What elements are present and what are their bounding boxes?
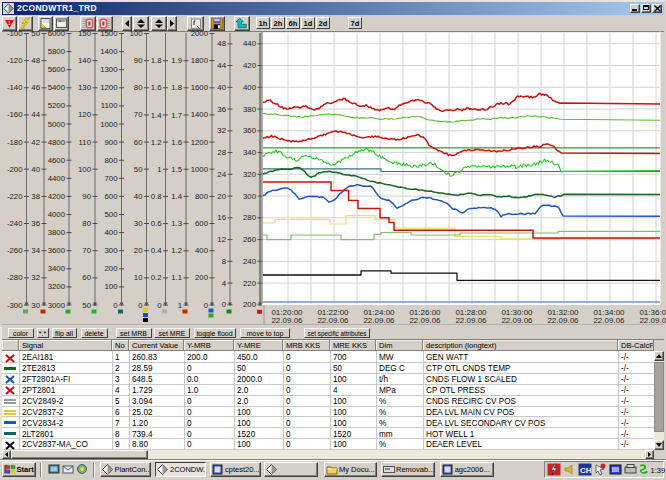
svg-text:1400: 1400 [191,110,209,119]
svg-text:-100: -100 [7,29,23,38]
svg-text:1.2: 1.2 [151,138,162,147]
svg-text:80: 80 [82,219,91,228]
svg-text:4400: 4400 [48,174,66,183]
svg-text:-300: -300 [7,301,23,310]
svg-text:4200: 4200 [48,192,66,201]
svg-text:240: 240 [243,257,257,266]
svg-text:32: 32 [217,126,226,135]
svg-text:440: 440 [243,39,257,48]
svg-text:100: 100 [129,29,143,38]
svg-text:40: 40 [134,192,143,201]
svg-text:70: 70 [134,110,143,119]
svg-text:20: 20 [217,192,226,201]
svg-text:1.1: 1.1 [171,273,182,282]
svg-text:1000: 1000 [100,120,118,129]
svg-text:100: 100 [78,165,92,174]
svg-text:0: 0 [204,301,209,310]
svg-text:280: 280 [243,213,257,222]
svg-text:22.09.06: 22.09.06 [317,316,349,325]
svg-text:42: 42 [31,138,40,147]
svg-text:0: 0 [113,301,118,310]
svg-text:CH: CH [580,466,592,475]
svg-text:220: 220 [243,279,257,288]
svg-text:40: 40 [217,83,226,92]
svg-text:320: 320 [243,170,257,179]
svg-text:1.7: 1.7 [171,111,182,120]
svg-text:1000: 1000 [191,165,209,174]
svg-text:22.09.06: 22.09.06 [593,316,625,325]
svg-text:16: 16 [217,213,226,222]
svg-text:4600: 4600 [48,156,66,165]
svg-text:1.9: 1.9 [171,56,182,65]
svg-text:30: 30 [31,301,40,310]
svg-text:3800: 3800 [48,228,66,237]
svg-text:3000: 3000 [48,301,66,310]
svg-text:5200: 5200 [48,101,66,110]
svg-text:22.09.06: 22.09.06 [547,316,579,325]
svg-text:300: 300 [104,246,118,255]
svg-text:2000: 2000 [191,29,209,38]
svg-text:0: 0 [222,300,227,309]
svg-text:400: 400 [104,228,118,237]
svg-text:800: 800 [104,156,118,165]
svg-text:-120: -120 [7,56,23,65]
svg-text:1.4: 1.4 [171,192,183,201]
svg-text:1.6: 1.6 [171,138,182,147]
svg-text:22.09.06: 22.09.06 [501,316,533,325]
svg-text:4800: 4800 [48,138,66,147]
svg-text:1: 1 [178,301,182,310]
svg-text:50: 50 [31,29,40,38]
svg-text:-260: -260 [7,246,23,255]
svg-text:1.8: 1.8 [151,56,162,65]
svg-text:1: 1 [8,20,11,26]
svg-text:700: 700 [104,174,118,183]
svg-text:0.6: 0.6 [151,219,162,228]
svg-text:380: 380 [243,105,257,114]
svg-text:340: 340 [243,148,257,157]
svg-text:400: 400 [195,246,209,255]
svg-text:600: 600 [104,192,118,201]
svg-text:150: 150 [78,29,92,38]
svg-text:36: 36 [217,105,226,114]
svg-text:-160: -160 [7,110,23,119]
svg-text:-240: -240 [7,219,23,228]
svg-text:200: 200 [195,273,209,282]
svg-text:140: 140 [78,56,92,65]
svg-text:22.09.06: 22.09.06 [455,316,487,325]
svg-text:5000: 5000 [48,120,66,129]
svg-text:44: 44 [31,110,40,119]
svg-text:5400: 5400 [48,83,66,92]
svg-text:40: 40 [31,165,40,174]
svg-text:420: 420 [243,61,257,70]
svg-text:50: 50 [82,301,91,310]
svg-text:120: 120 [78,110,92,119]
svg-text:130: 130 [78,83,92,92]
svg-text:-140: -140 [7,83,23,92]
svg-text:1.5: 1.5 [171,165,183,174]
svg-text:48: 48 [31,56,40,65]
svg-text:22.09.06: 22.09.06 [363,316,395,325]
svg-text:260: 260 [243,235,257,244]
svg-text:1300: 1300 [100,65,118,74]
svg-text:0.4: 0.4 [151,246,163,255]
svg-text:400: 400 [243,83,257,92]
svg-text:100: 100 [104,282,118,291]
svg-text:90: 90 [134,56,143,65]
svg-text:32: 32 [31,273,40,282]
svg-text:80: 80 [134,83,143,92]
svg-text:22.09.06: 22.09.06 [639,316,666,325]
svg-text:1.2: 1.2 [171,246,182,255]
svg-text:60: 60 [82,273,91,282]
svg-text:6000: 6000 [48,29,66,38]
svg-text:3200: 3200 [48,282,66,291]
svg-text:20: 20 [134,246,143,255]
svg-text:1400: 1400 [100,47,118,56]
svg-text:3600: 3600 [48,246,66,255]
svg-text:34: 34 [31,246,40,255]
svg-text:200: 200 [104,264,118,273]
svg-text:38: 38 [31,192,40,201]
svg-text:110: 110 [79,138,92,147]
svg-text:1600: 1600 [191,83,209,92]
svg-text:0: 0 [157,301,162,310]
svg-text:900: 900 [104,138,118,147]
